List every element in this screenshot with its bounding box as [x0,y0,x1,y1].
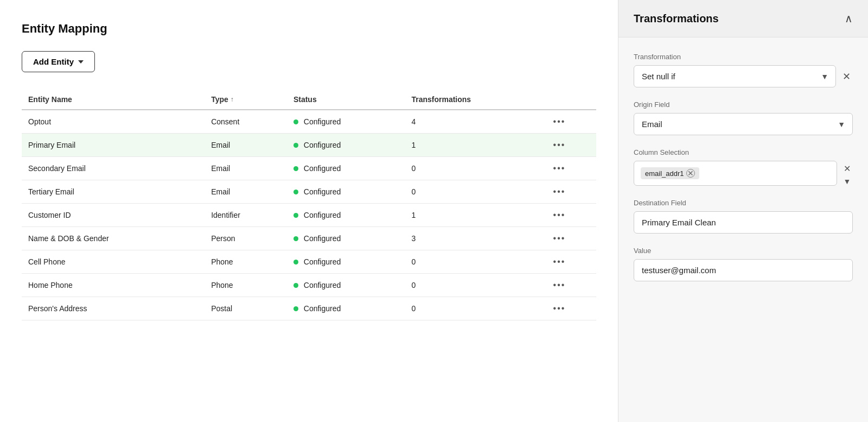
cell-actions: ••• [547,204,596,227]
status-dot-icon [293,283,298,288]
row-actions-menu[interactable]: ••• [553,163,566,173]
col-header-actions [547,90,596,110]
cell-name: Secondary Email [22,157,205,180]
cell-name: Optout [22,110,205,134]
destination-field-label: Destination Field [634,199,853,207]
row-actions-menu[interactable]: ••• [553,117,566,126]
cell-status: Configured [287,297,405,320]
cell-status: Configured [287,204,405,227]
cell-transformations: 1 [405,204,546,227]
right-panel: Transformations ∧ Transformation Set nul… [618,0,868,422]
cell-name: Tertiary Email [22,180,205,204]
cell-type: Identifier [205,204,287,227]
status-text: Configured [304,258,341,267]
table-row[interactable]: Primary Email Email Configured 1 ••• [22,134,596,157]
cell-type: Email [205,134,287,157]
collapse-button[interactable]: ∧ [845,12,853,25]
cell-actions: ••• [547,157,596,180]
col-header-type[interactable]: Type ↑ [205,90,287,110]
row-actions-menu[interactable]: ••• [553,280,566,289]
table-row[interactable]: Optout Consent Configured 4 ••• [22,110,596,134]
cell-status: Configured [287,274,405,297]
cell-actions: ••• [547,227,596,250]
column-selection-box[interactable]: email_addr1 ✕ [634,161,837,186]
cell-status: Configured [287,110,405,134]
row-actions-menu[interactable]: ••• [553,257,566,266]
cell-type: Postal [205,297,287,320]
column-tag-remove-button[interactable]: ✕ [686,169,695,178]
value-label: Value [634,247,853,255]
table-row[interactable]: Customer ID Identifier Configured 1 ••• [22,204,596,227]
status-dot-icon [293,260,298,264]
table-header-row: Entity Name Type ↑ Status Transformation… [22,90,596,110]
origin-field-label: Origin Field [634,100,853,109]
status-dot-icon [293,190,298,194]
cell-name: Home Phone [22,274,205,297]
column-clear-button[interactable]: ✕ [841,161,853,176]
panel-header: Transformations ∧ [618,0,868,37]
cell-name: Name & DOB & Gender [22,227,205,250]
row-actions-menu[interactable]: ••• [553,234,566,243]
cell-type: Email [205,180,287,204]
chevron-down-icon [78,60,84,64]
cell-transformations: 1 [405,134,546,157]
status-text: Configured [304,118,341,127]
status-text: Configured [304,141,341,150]
status-dot-icon [293,143,298,148]
main-panel: Entity Mapping Add Entity Entity Name Ty… [0,0,618,422]
table-row[interactable]: Secondary Email Email Configured 0 ••• [22,157,596,180]
cell-transformations: 4 [405,110,546,134]
value-input[interactable] [634,259,853,281]
table-row[interactable]: Tertiary Email Email Configured 0 ••• [22,180,596,204]
cell-type: Phone [205,274,287,297]
cell-status: Configured [287,157,405,180]
col-header-transformations: Transformations [405,90,546,110]
cell-transformations: 0 [405,274,546,297]
origin-field-select-wrapper: Email Phone Postal Person ▼ [634,113,853,135]
col-header-name: Entity Name [22,90,205,110]
row-actions-menu[interactable]: ••• [553,304,566,313]
cell-actions: ••• [547,180,596,204]
transformation-remove-button[interactable]: ✕ [840,68,853,85]
cell-name: Person's Address [22,297,205,320]
sort-arrow-icon: ↑ [231,96,234,103]
add-entity-button[interactable]: Add Entity [22,51,95,72]
origin-field-select[interactable]: Email Phone Postal Person [634,113,853,135]
transformation-select[interactable]: Set null if Trim Lowercase Uppercase [634,65,836,87]
table-row[interactable]: Cell Phone Phone Configured 0 ••• [22,250,596,274]
cell-name: Cell Phone [22,250,205,274]
entity-table: Entity Name Type ↑ Status Transformation… [22,90,596,320]
panel-title: Transformations [634,12,719,25]
transformation-field-group: Transformation Set null if Trim Lowercas… [634,53,853,87]
cell-transformations: 0 [405,250,546,274]
col-header-type-label: Type [211,95,228,104]
column-selection-field-group: Column Selection email_addr1 ✕ ✕ ▼ [634,148,853,186]
status-dot-icon [293,166,298,171]
panel-body: Transformation Set null if Trim Lowercas… [618,37,868,310]
page-title: Entity Mapping [22,22,596,36]
cell-actions: ••• [547,110,596,134]
column-tag-label: email_addr1 [645,169,684,178]
cell-status: Configured [287,180,405,204]
cell-type: Consent [205,110,287,134]
origin-field-group: Origin Field Email Phone Postal Person ▼ [634,100,853,135]
status-text: Configured [304,188,341,197]
cell-type: Email [205,157,287,180]
column-dropdown-button[interactable]: ▼ [844,177,851,186]
transformation-select-wrapper: Set null if Trim Lowercase Uppercase ▼ [634,65,836,87]
status-dot-icon [293,306,298,311]
row-actions-menu[interactable]: ••• [553,140,566,149]
table-row[interactable]: Home Phone Phone Configured 0 ••• [22,274,596,297]
destination-field-input[interactable] [634,211,853,234]
row-actions-menu[interactable]: ••• [553,187,566,196]
table-row[interactable]: Name & DOB & Gender Person Configured 3 … [22,227,596,250]
row-actions-menu[interactable]: ••• [553,210,566,219]
cell-actions: ••• [547,297,596,320]
add-entity-label: Add Entity [33,57,74,66]
status-dot-icon [293,236,298,241]
cell-transformations: 0 [405,180,546,204]
cell-type: Person [205,227,287,250]
table-row[interactable]: Person's Address Postal Configured 0 ••• [22,297,596,320]
destination-field-group: Destination Field [634,199,853,234]
status-text: Configured [304,165,341,173]
